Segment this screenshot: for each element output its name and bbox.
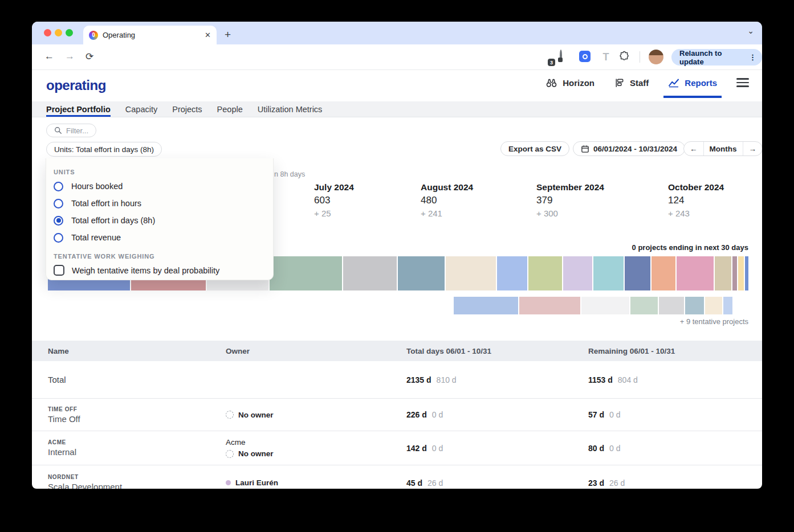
radio-option-total-effort-days[interactable]: Total effort in days (8h) — [54, 212, 273, 229]
projects-table: Name Owner Total days 06/01 - 10/31 Rema… — [32, 341, 762, 489]
bar-segment[interactable] — [652, 256, 676, 290]
checkbox-icon[interactable] — [54, 265, 64, 276]
total-days-secondary: 26 d — [427, 478, 443, 488]
bar-segment[interactable] — [738, 256, 744, 290]
remaining-days-secondary: 0 d — [609, 410, 620, 419]
tab-capacity[interactable]: Capacity — [125, 101, 157, 117]
new-tab-button[interactable]: + — [225, 27, 231, 43]
remaining-days-secondary: 0 d — [609, 444, 620, 453]
remaining-days-value: 80 d — [588, 444, 604, 453]
units-section-heading: UNITS — [54, 169, 273, 175]
bar-segment[interactable] — [519, 297, 580, 314]
owner-avatar-dot — [226, 480, 231, 485]
table-row-scala-development[interactable]: NORDNET Scala Development Lauri Eurén 45… — [32, 465, 762, 489]
extension-icon-blue-o[interactable] — [579, 51, 592, 63]
nav-label: Horizon — [563, 78, 595, 88]
bar-segment[interactable] — [685, 297, 704, 314]
bar-segment[interactable] — [528, 256, 561, 290]
menu-hamburger-icon[interactable] — [736, 78, 749, 91]
bar-segment[interactable] — [497, 256, 527, 290]
owner-cell: Lauri Eurén — [226, 478, 406, 487]
total-label: Total — [48, 375, 226, 384]
nav-item-staff[interactable]: Staff — [614, 77, 649, 92]
owner-label: Acme — [226, 438, 246, 447]
forward-button[interactable]: → — [65, 51, 75, 62]
radio-label: Total effort in hours — [71, 199, 141, 208]
extension-icon-badge[interactable]: 3 — [539, 51, 552, 63]
toolbar-divider — [640, 51, 640, 63]
bar-segment[interactable] — [563, 256, 593, 290]
bar-segment[interactable] — [745, 256, 748, 290]
weigh-tentative-checkbox-row[interactable]: Weigh tentative items by deal probabilit… — [54, 265, 273, 276]
tentative-timeline-bar — [454, 297, 732, 314]
bar-segment[interactable] — [715, 256, 731, 290]
next-period-button[interactable]: → — [743, 142, 763, 155]
extensions-puzzle-icon[interactable] — [619, 51, 632, 63]
tab-close-icon[interactable]: ✕ — [205, 31, 211, 39]
tab-project-portfolio[interactable]: Project Portfolio — [46, 101, 111, 117]
col-header-remaining: Remaining 06/01 - 10/31 — [588, 347, 762, 355]
previous-period-button[interactable]: ← — [684, 142, 703, 155]
units-dropdown-button[interactable]: Units: Total effort in days (8h) — [46, 142, 162, 157]
bar-segment[interactable] — [630, 297, 658, 314]
tab-projects[interactable]: Projects — [172, 101, 202, 117]
radio-option-hours-booked[interactable]: Hours booked — [54, 178, 273, 195]
bar-segment[interactable] — [705, 297, 722, 314]
extension-icon-t[interactable]: T — [600, 51, 612, 63]
export-csv-button[interactable]: Export as CSV — [500, 141, 569, 156]
bar-segment[interactable] — [723, 297, 732, 314]
bar-segment[interactable] — [625, 256, 650, 290]
back-button[interactable]: ← — [44, 51, 54, 62]
maximize-window-button[interactable] — [66, 29, 73, 36]
radio-option-total-effort-hours[interactable]: Total effort in hours — [54, 195, 273, 212]
month-delta: + 300 — [536, 207, 633, 220]
period-stepper: ← Months → — [683, 141, 762, 156]
filter-input[interactable]: Filter... — [46, 124, 96, 137]
browser-toolbar: ← → ⟳ use.operating.app/reports 3 T Rela… — [32, 44, 762, 70]
nav-item-horizon[interactable]: Horizon — [545, 77, 595, 92]
total-days-value: 226 d — [406, 410, 427, 419]
table-row-internal[interactable]: ACME Internal Acme No owner 142 d 0 d 80… — [32, 431, 762, 465]
bar-segment[interactable] — [270, 256, 341, 290]
table-total-row: Total 2135 d 810 d 1153 d 804 d — [32, 361, 762, 399]
bar-segment[interactable] — [454, 297, 518, 314]
date-range-button[interactable]: 06/01/2024 - 10/31/2024 — [573, 141, 685, 156]
close-window-button[interactable] — [44, 29, 51, 36]
radio-icon — [54, 216, 63, 226]
bar-segment[interactable] — [343, 256, 397, 290]
bar-segment[interactable] — [677, 256, 713, 290]
minimize-window-button[interactable] — [55, 29, 62, 36]
password-manager-icon[interactable] — [560, 51, 572, 63]
browser-tab[interactable]: 0 Operating ✕ — [83, 26, 217, 44]
search-icon — [54, 126, 62, 134]
units-button-label: Units: Total effort in days (8h) — [54, 145, 154, 154]
col-header-total-days: Total days 06/01 - 10/31 — [406, 347, 588, 355]
profile-avatar[interactable] — [649, 50, 663, 64]
chevron-down-icon[interactable]: ⌄ — [747, 26, 754, 35]
month-value: 124 — [668, 194, 762, 207]
bar-segment[interactable] — [593, 256, 624, 290]
reload-button[interactable]: ⟳ — [85, 51, 93, 63]
binoculars-icon — [545, 77, 557, 88]
radio-option-total-revenue[interactable]: Total revenue — [54, 229, 273, 246]
browser-menu-kebab-icon[interactable]: ⋮ — [747, 53, 759, 62]
nav-label: Reports — [685, 78, 717, 88]
nav-item-reports[interactable]: Reports — [668, 77, 717, 91]
bar-segment[interactable] — [581, 297, 629, 314]
month-value: 379 — [536, 194, 633, 207]
owner-cell: Acme — [226, 438, 406, 447]
bar-segment[interactable] — [659, 297, 684, 314]
bar-segment[interactable] — [446, 256, 496, 290]
bar-segment[interactable] — [398, 256, 445, 290]
relaunch-to-update-button[interactable]: Relaunch to update ⋮ — [671, 49, 762, 66]
period-label-button[interactable]: Months — [703, 142, 743, 155]
tab-utilization-metrics[interactable]: Utilization Metrics — [258, 101, 323, 117]
remaining-days-secondary: 804 d — [618, 375, 638, 384]
tentative-projects-note: + 9 tentative projects — [680, 317, 748, 326]
table-row-time-off[interactable]: TIME OFF Time Off No owner 226 d 0 d 57 … — [32, 399, 762, 431]
total-days-value: 142 d — [406, 444, 427, 453]
bar-segment[interactable] — [732, 256, 738, 290]
app-logo[interactable]: operating — [46, 77, 106, 93]
total-days-value: 2135 d — [406, 375, 431, 384]
tab-people[interactable]: People — [217, 101, 243, 117]
